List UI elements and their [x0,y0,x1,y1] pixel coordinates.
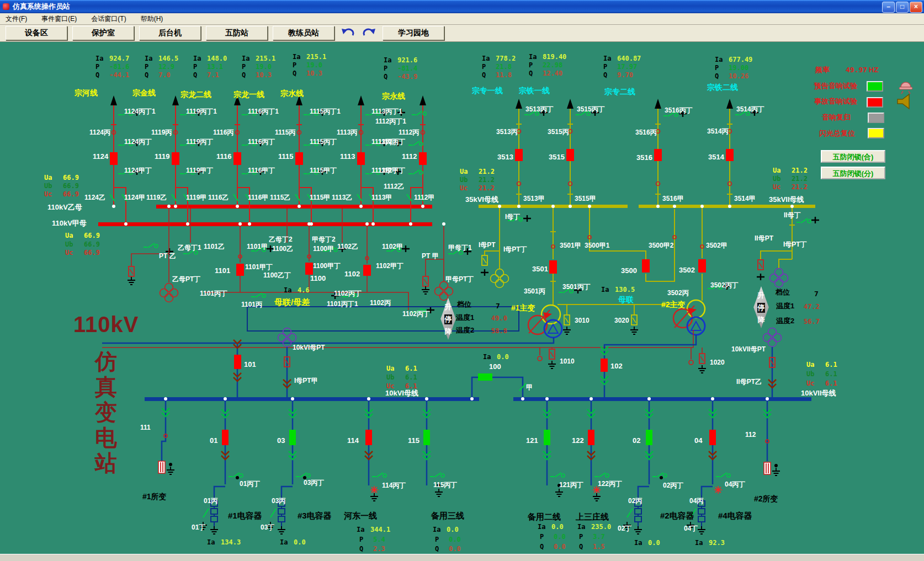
breaker-02[interactable] [646,430,652,445]
redo-icon[interactable] [361,27,378,39]
switch-label[interactable]: PT 乙 [159,253,176,260]
breaker-3514[interactable] [726,149,734,161]
switch-label[interactable]: 1116乙 [208,194,229,201]
switch-label[interactable]: 1101丙丁1 [327,301,358,308]
menu-file[interactable]: 文件(F) [6,14,27,24]
switch-label[interactable]: 03丙丁 [304,479,324,487]
switch-label[interactable]: 1101丙丁 [200,290,227,297]
switch-label[interactable]: 115丙丁 [433,482,457,489]
interlock-open-button[interactable]: 五防闭锁(分) [821,167,885,179]
breaker-label[interactable]: 01 [210,437,217,444]
switch-label[interactable]: 1100乙 [272,245,293,253]
transformer-label[interactable]: #2主变 [661,301,686,308]
switch-label[interactable]: 3502甲 [706,242,727,249]
switch-label[interactable]: 1113丙 [337,129,357,136]
switch-label[interactable]: 3514丙丁 [736,106,764,113]
switch-label[interactable]: 1116甲 [248,194,268,201]
switch-label[interactable]: 1020 [710,359,725,366]
switch-label[interactable]: 1119乙 [146,194,167,201]
switch-label[interactable]: 甲 [526,384,533,391]
switch-label[interactable]: 1112乙 [384,183,404,190]
switch-label[interactable]: 01丙 [204,498,217,505]
switch-label[interactable]: 3514丙 [707,128,729,135]
undo-icon[interactable] [339,27,356,39]
menu-session-window[interactable]: 会话窗口(T) [91,14,126,24]
switch-label[interactable]: 01丙丁 [240,480,260,488]
switch-label[interactable]: 3513甲 [523,195,545,202]
switch-label[interactable]: 112 [745,431,756,439]
switch-label[interactable]: 3516丙 [635,129,657,136]
breaker-label[interactable]: 1119 [155,153,170,160]
breaker-label[interactable]: 1101 [215,267,230,274]
switch-label[interactable]: 04丁 [684,525,698,532]
switch-label[interactable]: 1124甲丁 [124,167,152,174]
breaker-label[interactable]: 1113 [340,153,355,160]
switch-label[interactable]: 1102丙 [370,300,391,307]
switch-label[interactable]: 1124丙 [89,129,110,136]
backend-machine-button[interactable]: 后台机 [139,26,201,40]
feeder-name[interactable]: 宗专一线 [472,87,503,94]
transformer-label[interactable]: #1主变 [511,304,535,312]
switch-label[interactable]: I母PT丁 [503,246,527,253]
breaker-1102[interactable] [363,265,371,276]
breaker-label[interactable]: 102 [610,362,623,370]
switch-label[interactable]: 1010 [560,358,575,365]
breaker-3501[interactable] [549,260,557,274]
switch-label[interactable]: 1119丙丁1 [186,108,217,115]
title-bar[interactable]: 仿真系统操作员站 – □ × [0,0,924,13]
breaker-label[interactable]: 1102 [344,270,360,277]
switch-label[interactable]: 乙母丁1 [178,244,201,252]
switch-label[interactable]: 1124甲 [124,194,145,201]
switch-label[interactable]: 121丙丁 [559,482,583,489]
breaker-3500[interactable] [642,259,650,273]
tap-down-button[interactable]: 降 [444,327,452,336]
switch-label[interactable]: 04丙丁 [725,481,745,488]
switch-label[interactable]: PT 甲 [422,253,439,260]
breaker-label[interactable]: 115 [408,437,419,444]
switch-label[interactable]: 3020 [614,317,629,324]
switch-label[interactable]: 1116丙 [213,129,233,136]
minimize-button[interactable]: – [882,2,895,13]
breaker-label[interactable]: 101 [244,361,256,368]
breaker-label[interactable]: 1124 [93,153,108,160]
fault-alarm-test-button[interactable] [867,97,883,108]
tap-down-button[interactable]: 降 [757,315,765,325]
breaker-1124[interactable] [110,152,118,165]
switch-label[interactable]: 3501丙 [524,288,545,295]
breaker-label[interactable]: 3500 [621,267,637,274]
device-area-button[interactable]: 设备区 [6,26,67,40]
switch-label[interactable]: 1115丙 [275,129,295,136]
feeder-name[interactable]: 宗铁二线 [707,84,738,91]
switch-label[interactable]: 3515丙 [548,129,569,136]
switch-label[interactable]: 1113乙 [332,194,352,201]
breaker-label[interactable]: 03 [277,437,285,444]
switch-label[interactable]: 3514甲 [734,195,756,202]
switch-label[interactable]: 3515甲 [575,195,596,202]
switch-label[interactable]: 3501甲 [560,242,581,249]
switch-label[interactable]: 3513丙丁 [525,106,554,113]
switch-label[interactable]: 3502丙 [667,290,689,297]
switch-label[interactable]: 1119甲丁 [186,167,213,174]
switch-label[interactable]: 1115甲 [310,194,330,201]
menu-help[interactable]: 帮助(H) [141,14,163,24]
switch-label[interactable]: 1115丙丁1 [310,108,341,115]
breaker-label[interactable]: 3514 [708,153,724,161]
breaker-label[interactable]: 1116 [216,153,232,160]
switch-label[interactable]: 3500甲2 [649,242,673,249]
switch-label[interactable]: 1116丙丁1 [248,108,279,115]
breaker-label[interactable]: 3513 [497,153,513,161]
breaker-1113[interactable] [357,152,365,165]
switch-label[interactable]: I母PT丁 [783,241,807,248]
switch-label[interactable]: 1101丙 [241,301,262,308]
speaker-icon[interactable] [898,94,909,109]
switch-label[interactable]: II母PT乙 [736,378,762,386]
switch-label[interactable]: 3501丙丁 [562,284,591,291]
breaker-1116[interactable] [233,152,241,165]
feeder-name[interactable]: 备用二线 [528,513,561,520]
switch-label[interactable]: 1113丙丁1 [371,108,402,115]
breaker-115[interactable] [423,430,430,445]
switch-label[interactable]: 3516丙丁 [665,107,693,114]
switch-label[interactable]: I母丁 [505,213,520,221]
switch-label[interactable]: 3010 [575,317,590,324]
switch-label[interactable]: 1124丙丁 [124,138,152,146]
